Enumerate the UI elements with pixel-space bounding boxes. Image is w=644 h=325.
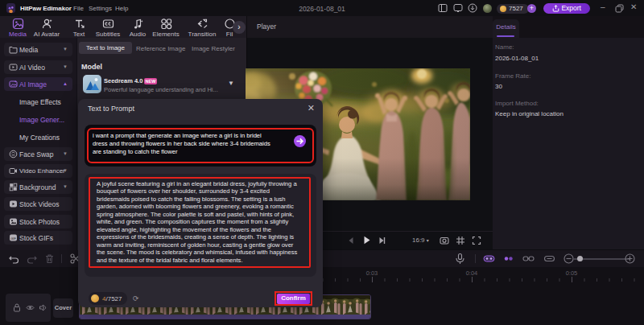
svg-text:GIF: GIF	[10, 236, 16, 240]
svg-text:0:05: 0:05	[566, 269, 578, 277]
svg-text:0:04: 0:04	[466, 269, 478, 277]
svg-text:0:03: 0:03	[366, 269, 378, 277]
